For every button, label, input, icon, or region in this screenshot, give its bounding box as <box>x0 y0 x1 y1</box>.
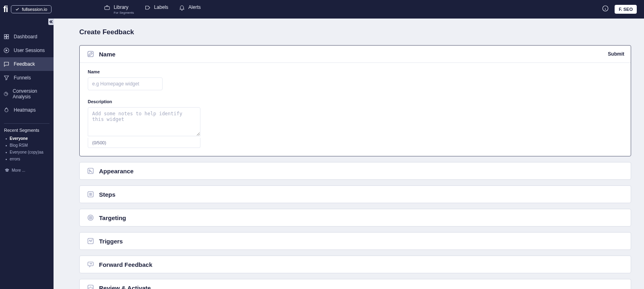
recent-segments-heading: Recent Segments <box>0 128 54 135</box>
panel-title: Targeting <box>99 214 126 221</box>
recent-segments-list: Everyone Blog RSM Everyone (copy)aa erro… <box>0 135 54 166</box>
panel-targeting-header[interactable]: Targeting <box>80 209 631 226</box>
svg-rect-5 <box>7 37 9 39</box>
sidebar-item-dashboard[interactable]: Dashboard <box>0 30 54 44</box>
nav-library-sub: For Segments <box>114 11 134 15</box>
panel-appearance-header[interactable]: Appearance <box>80 162 631 179</box>
panel-forward-feedback: Forward Feedback <box>79 256 631 273</box>
chat-icon <box>3 61 10 67</box>
workspace-name: fullsession.io <box>22 7 47 12</box>
segment-item[interactable]: Everyone <box>6 135 50 142</box>
sidebar-item-label: Funnels <box>14 75 31 81</box>
sidebar-item-label: Conversion Analysis <box>13 88 50 100</box>
briefcase-icon <box>104 4 110 11</box>
panel-title: Forward Feedback <box>99 261 153 268</box>
sidebar-item-funnels[interactable]: Funnels <box>0 71 54 85</box>
nav-library[interactable]: Library For Segments <box>104 4 134 15</box>
sidebar-item-conversion-analysis[interactable]: Conversion Analysis <box>0 85 54 103</box>
palette-icon <box>86 166 95 175</box>
description-textarea[interactable] <box>88 107 200 136</box>
panel-steps: Steps <box>79 185 631 203</box>
sidebar-item-label: Dashboard <box>14 34 37 40</box>
top-nav: Library For Segments Labels Alerts <box>104 4 200 15</box>
topbar-right: F. SEO <box>602 5 637 14</box>
sidebar-item-user-sessions[interactable]: User Sessions <box>0 44 54 57</box>
segment-item[interactable]: Everyone (copy)aa <box>6 149 50 156</box>
grid-icon <box>3 33 10 40</box>
sidebar-divider <box>4 123 50 124</box>
panel-triggers-header[interactable]: Triggers <box>80 233 631 249</box>
power-icon <box>86 283 95 289</box>
description-label: Description <box>88 99 623 104</box>
svg-rect-4 <box>4 37 6 39</box>
flame-icon <box>3 107 10 113</box>
funnel-icon <box>3 75 10 81</box>
svg-point-12 <box>88 215 93 220</box>
check-icon <box>15 7 19 11</box>
panel-targeting: Targeting <box>79 209 631 227</box>
activity-icon <box>86 237 95 245</box>
sidebar-item-label: Heatmaps <box>14 107 36 113</box>
main-content: Create Feedback Name Submit Name Descrip… <box>54 19 644 289</box>
description-counter: (0/500) <box>88 138 200 148</box>
name-label: Name <box>88 69 623 74</box>
more-label: More ... <box>12 168 25 173</box>
segment-item[interactable]: Blog RSM <box>6 142 50 149</box>
tag-icon <box>144 4 151 11</box>
target-icon <box>86 213 95 222</box>
user-chip-label: F. SEO <box>619 7 633 12</box>
svg-rect-0 <box>105 6 109 9</box>
recent-segments-more[interactable]: More ... <box>0 166 54 173</box>
sidebar-item-label: Feedback <box>14 61 35 67</box>
nav-labels[interactable]: Labels <box>144 4 168 11</box>
svg-rect-2 <box>4 35 6 37</box>
workspace-selector[interactable]: fullsession.io <box>11 5 52 13</box>
svg-rect-3 <box>7 35 9 37</box>
pie-icon <box>3 91 9 97</box>
svg-point-13 <box>89 216 92 219</box>
nav-alerts-label: Alerts <box>188 4 201 10</box>
nav-library-label: Library <box>114 4 134 10</box>
panel-title: Review & Activate <box>99 285 151 289</box>
panel-appearance: Appearance <box>79 162 631 180</box>
panel-name-title: Name <box>99 51 116 58</box>
brand-logo: fi <box>3 5 11 14</box>
play-circle-icon <box>3 47 10 54</box>
sidebar-collapse[interactable] <box>48 19 54 25</box>
panel-name: Name Submit Name Description (0/500) <box>79 45 631 156</box>
info-icon[interactable] <box>602 5 609 14</box>
page-title: Create Feedback <box>79 28 631 36</box>
sidebar-item-label: User Sessions <box>14 48 45 53</box>
user-chip[interactable]: F. SEO <box>615 5 637 14</box>
stack-icon <box>5 168 9 173</box>
panel-triggers: Triggers <box>79 232 631 250</box>
edit-square-icon <box>86 50 95 58</box>
bell-icon <box>179 4 185 11</box>
chevrons-left-icon <box>49 20 53 24</box>
sidebar-item-feedback[interactable]: Feedback <box>0 57 54 71</box>
nav-alerts[interactable]: Alerts <box>179 4 201 11</box>
svg-point-14 <box>90 217 91 218</box>
panel-review-header[interactable]: Review & Activate <box>80 279 631 289</box>
forward-chat-icon <box>86 260 95 269</box>
panel-review-activate: Review & Activate <box>79 279 631 289</box>
panel-forward-header[interactable]: Forward Feedback <box>80 256 631 273</box>
nav-labels-label: Labels <box>154 4 168 10</box>
topbar: fi fullsession.io Library For Segments L… <box>0 0 644 19</box>
panel-title: Appearance <box>99 168 134 175</box>
sidebar: Dashboard User Sessions Feedback Funnels… <box>0 19 54 289</box>
list-icon <box>86 190 95 199</box>
panel-steps-header[interactable]: Steps <box>80 186 631 203</box>
submit-button[interactable]: Submit <box>608 51 624 57</box>
svg-point-10 <box>89 170 90 171</box>
panel-name-body: Name Description (0/500) <box>80 63 631 156</box>
segment-item[interactable]: errors <box>6 156 50 162</box>
panel-title: Triggers <box>99 238 123 245</box>
sidebar-nav: Dashboard User Sessions Feedback Funnels… <box>0 19 54 117</box>
name-input[interactable] <box>88 77 163 90</box>
sidebar-item-heatmaps[interactable]: Heatmaps <box>0 103 54 117</box>
panel-name-header[interactable]: Name Submit <box>80 46 631 62</box>
panel-title: Steps <box>99 191 116 198</box>
